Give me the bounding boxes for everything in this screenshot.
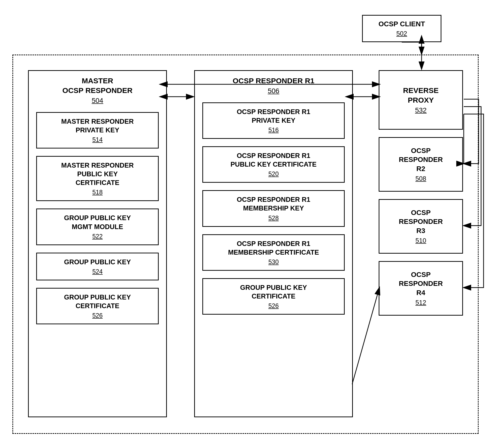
master-public-key-cert-ref: 518 [39, 189, 155, 196]
r1-membership-key-box: OCSP RESPONDER R1MEMBERSHIP KEY 528 [202, 190, 345, 227]
master-group-public-key-cert-ref: 526 [39, 312, 155, 319]
r1-membership-cert-box: OCSP RESPONDER R1MEMBERSHIP CERTIFICATE … [202, 234, 345, 271]
reverse-proxy-label: REVERSEPROXY [403, 86, 438, 105]
responder-r2-ref: 508 [415, 175, 426, 182]
master-public-key-cert-label: MASTER RESPONDERPUBLIC KEYCERTIFICATE [61, 162, 134, 186]
master-group-public-key-cert-label: GROUP PUBLIC KEYCERTIFICATE [64, 294, 131, 310]
master-responder-title: MASTEROCSP RESPONDER [29, 71, 166, 95]
responder-r4-box: OCSPRESPONDERR4 512 [379, 261, 463, 316]
r1-group-public-key-cert-label: GROUP PUBLIC KEYCERTIFICATE [240, 284, 307, 300]
master-responder-box: MASTEROCSP RESPONDER 504 MASTER RESPONDE… [28, 70, 167, 417]
responder-r2-label: OCSPRESPONDERR2 [399, 146, 443, 173]
reverse-proxy-ref: 532 [415, 106, 427, 114]
r1-membership-cert-label: OCSP RESPONDER R1MEMBERSHIP CERTIFICATE [228, 240, 319, 256]
diagram-container: OCSP CLIENT 502 MASTEROCSP RESPONDER 504… [0, 0, 491, 448]
group-public-key-mgmt-ref: 522 [39, 233, 155, 240]
group-public-key-ref: 524 [39, 268, 155, 275]
master-private-key-box: MASTER RESPONDERPRIVATE KEY 514 [36, 112, 159, 149]
master-private-key-label: MASTER RESPONDERPRIVATE KEY [61, 118, 134, 134]
master-public-key-cert-box: MASTER RESPONDERPUBLIC KEYCERTIFICATE 51… [36, 156, 159, 201]
group-public-key-mgmt-label: GROUP PUBLIC KEYMGMT MODULE [64, 214, 131, 230]
ocsp-client-box: OCSP CLIENT 502 [362, 15, 441, 42]
right-column: REVERSEPROXY 532 OCSPRESPONDERR2 508 OCS… [379, 70, 463, 323]
responder-r2-box: OCSPRESPONDERR2 508 [379, 137, 463, 192]
group-public-key-label: GROUP PUBLIC KEY [64, 258, 131, 266]
r1-group-public-key-cert-box: GROUP PUBLIC KEYCERTIFICATE 526 [202, 278, 345, 315]
r1-membership-key-label: OCSP RESPONDER R1MEMBERSHIP KEY [237, 196, 310, 212]
master-group-public-key-cert-box: GROUP PUBLIC KEYCERTIFICATE 526 [36, 288, 159, 324]
responder-r4-ref: 512 [415, 299, 426, 306]
r1-private-key-box: OCSP RESPONDER R1PRIVATE KEY 516 [202, 102, 345, 139]
r1-group-public-key-cert-ref: 526 [206, 302, 341, 309]
group-public-key-mgmt-box: GROUP PUBLIC KEYMGMT MODULE 522 [36, 209, 159, 245]
responder-r3-ref: 510 [415, 237, 426, 244]
responder-r3-box: OCSPRESPONDERR3 510 [379, 199, 463, 254]
responder-r1-box: OCSP RESPONDER R1 506 OCSP RESPONDER R1P… [194, 70, 353, 417]
r1-private-key-label: OCSP RESPONDER R1PRIVATE KEY [237, 108, 310, 124]
r1-public-key-cert-ref: 520 [206, 170, 341, 178]
master-responder-ref: 504 [29, 97, 166, 105]
ocsp-client-ref: 502 [396, 30, 407, 37]
r1-membership-cert-ref: 530 [206, 258, 341, 266]
r1-private-key-ref: 516 [206, 126, 341, 134]
reverse-proxy-box: REVERSEPROXY 532 [379, 70, 463, 130]
responder-r3-label: OCSPRESPONDERR3 [399, 208, 443, 235]
master-private-key-ref: 514 [39, 136, 155, 143]
responder-r4-label: OCSPRESPONDERR4 [399, 270, 443, 297]
outer-box: MASTEROCSP RESPONDER 504 MASTER RESPONDE… [12, 55, 479, 434]
group-public-key-box: GROUP PUBLIC KEY 524 [36, 253, 159, 280]
responder-r1-ref: 506 [195, 87, 352, 95]
r1-public-key-cert-label: OCSP RESPONDER R1PUBLIC KEY CERTIFICATE [230, 152, 316, 168]
ocsp-client-label: OCSP CLIENT [378, 20, 425, 29]
r1-public-key-cert-box: OCSP RESPONDER R1PUBLIC KEY CERTIFICATE … [202, 146, 345, 183]
responder-r1-title: OCSP RESPONDER R1 [195, 71, 352, 86]
r1-membership-key-ref: 528 [206, 214, 341, 222]
